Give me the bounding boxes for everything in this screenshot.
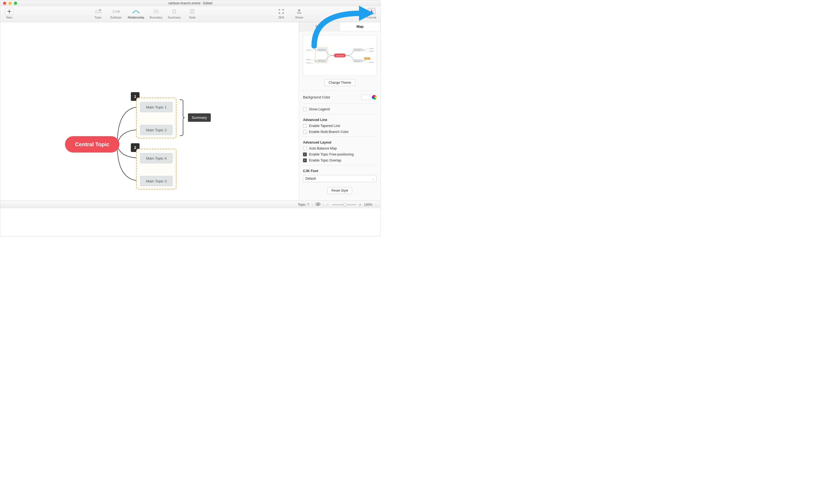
topic-label: Topic xyxy=(95,16,102,19)
new-button[interactable]: New xyxy=(3,8,15,19)
eye-icon[interactable] xyxy=(315,203,320,207)
toolbar: New + Topic + Subtopic xyxy=(0,6,380,22)
free-positioning-checkbox[interactable]: Enable Topic Free-positioning xyxy=(303,153,377,156)
zen-label: ZEN xyxy=(278,16,284,19)
summary-icon xyxy=(170,8,178,15)
checkbox-icon xyxy=(303,147,307,150)
svg-text:+: + xyxy=(100,9,101,11)
note-button[interactable]: Note xyxy=(186,8,198,19)
svg-point-7 xyxy=(138,12,139,13)
close-icon[interactable] xyxy=(3,2,6,5)
relationship-button[interactable]: Relationship xyxy=(128,8,144,19)
svg-text:Main Topic 2: Main Topic 2 xyxy=(355,60,361,62)
theme-preview[interactable]: Central Topic Main Topic 1 Main Topic 2 … xyxy=(303,35,377,76)
boundary-button[interactable]: Boundary xyxy=(150,8,162,19)
multi-branch-color-checkbox[interactable]: Enable Multi-Branch Color xyxy=(303,130,377,134)
svg-point-6 xyxy=(133,12,134,13)
background-color-swatch[interactable] xyxy=(361,95,370,100)
svg-text:Subtopic 1: Subtopic 1 xyxy=(369,50,374,52)
tapered-line-checkbox[interactable]: Enable Tapered Line xyxy=(303,124,377,128)
map-panel: Central Topic Main Topic 1 Main Topic 2 … xyxy=(299,31,380,201)
canvas[interactable]: Central Topic 1 2 Main Topic 1 Main Topi… xyxy=(0,22,299,201)
sidebar-tabs: Style Map xyxy=(299,22,380,31)
checkbox-icon xyxy=(303,158,307,162)
format-sidebar: Style Map Central Topic Main Topic 1 Mai… xyxy=(299,22,380,201)
status-bar: Topic: 7 | | − + 100% ⌄ xyxy=(0,201,380,208)
checkbox-icon xyxy=(303,130,307,134)
boundary-icon xyxy=(152,8,160,15)
svg-point-37 xyxy=(317,204,318,205)
chrome: rainbow branch.xmind - Edited New + Topi xyxy=(0,0,380,208)
note-icon xyxy=(188,8,196,15)
zoom-out-button[interactable]: − xyxy=(327,202,329,207)
tab-map[interactable]: Map xyxy=(340,22,381,31)
tab-style[interactable]: Style xyxy=(299,22,340,31)
main-topic-1[interactable]: Main Topic 1 xyxy=(140,102,173,112)
svg-text:Main Topic 3: Main Topic 3 xyxy=(319,49,325,51)
svg-text:Subtopic 1: Subtopic 1 xyxy=(306,59,311,60)
svg-text:Callout: Callout xyxy=(365,58,369,59)
body: Central Topic 1 2 Main Topic 1 Main Topi… xyxy=(0,22,380,201)
summary-bracket-icon xyxy=(180,100,185,138)
central-topic[interactable]: Central Topic xyxy=(65,136,119,153)
chevron-down-icon: ⌄ xyxy=(372,177,374,180)
subtopic-icon: + xyxy=(112,8,120,15)
advanced-layout-title: Advanced Layout xyxy=(303,141,377,144)
summary-label: Summary xyxy=(168,16,181,19)
relationship-label: Relationship xyxy=(128,16,144,19)
color-picker-icon[interactable] xyxy=(372,95,377,100)
change-theme-button[interactable]: Change Theme xyxy=(324,79,355,86)
format-icon xyxy=(367,8,375,15)
zen-button[interactable]: ZEN xyxy=(275,8,287,19)
show-legend-label: Show Legend xyxy=(309,107,329,111)
format-label: Format xyxy=(367,16,376,19)
note-label: Note xyxy=(189,16,195,19)
zoom-slider[interactable] xyxy=(332,204,356,205)
checkbox-icon xyxy=(303,153,307,156)
show-legend-checkbox[interactable]: Show Legend xyxy=(303,107,377,111)
minimize-icon[interactable] xyxy=(8,2,12,5)
svg-rect-9 xyxy=(155,11,157,12)
zen-icon xyxy=(277,8,285,15)
background-color-label: Background Color xyxy=(303,95,361,99)
main-topic-3[interactable]: Main Topic 3 xyxy=(140,176,173,186)
svg-rect-3 xyxy=(113,11,116,13)
svg-text:Central Topic: Central Topic xyxy=(336,55,344,57)
svg-text:Main Topic 1: Main Topic 1 xyxy=(355,49,361,51)
main-topic-4[interactable]: Main Topic 4 xyxy=(140,153,173,163)
svg-text:Subtopic 1: Subtopic 1 xyxy=(369,48,374,49)
zoom-in-button[interactable]: + xyxy=(359,202,361,207)
fullscreen-icon[interactable] xyxy=(14,2,17,5)
summary-node[interactable]: Summary xyxy=(188,113,211,122)
auto-balance-checkbox[interactable]: Auto Balance Map xyxy=(303,147,377,150)
subtopic-button[interactable]: + Subtopic xyxy=(110,8,122,19)
window-title: rainbow branch.xmind - Edited xyxy=(168,1,212,5)
titlebar: rainbow branch.xmind - Edited xyxy=(0,0,380,6)
zoom-value[interactable]: 100% xyxy=(364,203,372,207)
app-window: rainbow branch.xmind - Edited New + Topi xyxy=(0,0,381,237)
share-label: Share xyxy=(295,16,303,19)
share-button[interactable]: Share xyxy=(293,8,305,19)
checkbox-icon xyxy=(303,124,307,128)
format-button[interactable]: Format xyxy=(365,8,378,19)
svg-text:Main Topic 4: Main Topic 4 xyxy=(319,60,325,62)
relationship-icon xyxy=(132,8,140,15)
topic-overlap-checkbox[interactable]: Enable Topic Overlap xyxy=(303,158,377,162)
topic-count: Topic: 7 xyxy=(298,203,309,207)
central-topic-label: Central Topic xyxy=(75,141,109,148)
cjk-font-title: CJK Font xyxy=(303,169,377,173)
topic-icon: + xyxy=(94,8,102,15)
checkbox-icon xyxy=(303,107,307,111)
reset-style-button[interactable]: Reset Style xyxy=(327,187,352,194)
svg-text:Subtopic 1: Subtopic 1 xyxy=(306,49,311,51)
window-controls xyxy=(3,2,17,5)
summary-button[interactable]: Summary xyxy=(168,8,181,19)
svg-text:Subtopic 1: Subtopic 1 xyxy=(369,61,374,63)
svg-text:Subtopic 1: Subtopic 1 xyxy=(306,62,311,63)
main-topic-2[interactable]: Main Topic 2 xyxy=(140,125,173,135)
topic-button[interactable]: + Topic xyxy=(92,8,104,19)
advanced-line-title: Advanced Line xyxy=(303,118,377,122)
cjk-font-select[interactable]: Default ⌄ xyxy=(303,175,377,182)
subtopic-label: Subtopic xyxy=(110,16,122,19)
chevron-down-icon: ⌄ xyxy=(375,203,377,206)
